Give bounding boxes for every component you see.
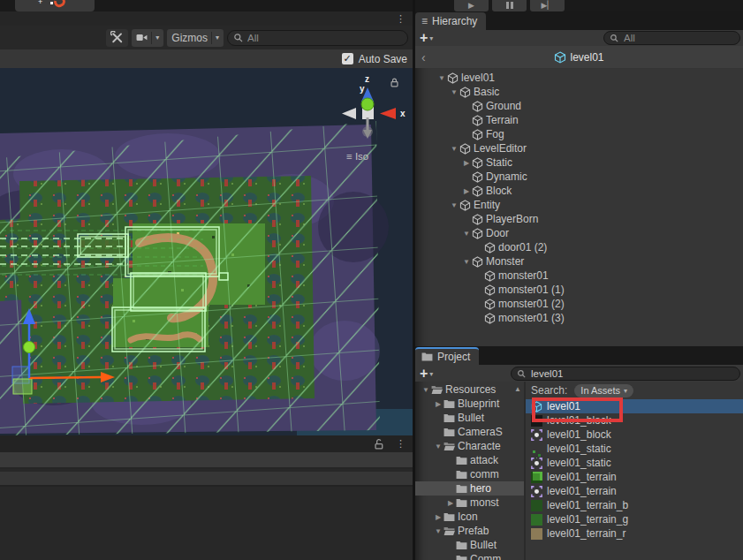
hierarchy-row[interactable]: ▼level01 [415,71,743,85]
project-folder-row[interactable]: comm [415,467,524,481]
scene-menu-kebab-icon[interactable]: ⋮ [396,14,406,24]
result-label: level01_block [547,414,611,427]
camera-icon [136,32,148,43]
hierarchy-search-field[interactable] [603,31,740,45]
hierarchy-row[interactable]: Ground [415,99,743,113]
record-dot-icon [50,2,53,4]
project-folder-row[interactable]: ▶monst [415,496,524,510]
hierarchy-row[interactable]: ▶Block [415,184,743,198]
axis-y-ball[interactable] [361,98,374,110]
expand-toggle-icon[interactable]: ▶ [461,159,472,167]
breadcrumb-title[interactable]: level01 [570,51,603,64]
project-folder-row[interactable]: ▼Prefab [415,524,524,538]
hierarchy-row[interactable]: Fog [415,127,743,141]
scene-search-field[interactable] [227,30,408,46]
hierarchy-row[interactable]: monster01 [415,269,743,283]
result-label: level01_static [547,457,611,469]
gizmo-y-handle[interactable] [24,342,35,353]
create-asset-button[interactable]: + ▾ [420,368,433,379]
gameobject-cube-icon [472,256,483,268]
search-result-row[interactable]: level01_block [526,428,743,442]
pause-button[interactable] [492,0,527,11]
project-search-input[interactable] [512,368,739,379]
hierarchy-row[interactable]: Terrain [415,113,743,127]
hierarchy-row[interactable]: monster01 (2) [415,297,743,311]
project-folder-row[interactable]: ▼Resources [415,382,524,397]
scene-viewport[interactable]: z y x ≡ Iso [0,68,413,435]
expand-toggle-icon[interactable]: ▶ [461,187,472,195]
expand-toggle-icon[interactable]: ▶ [433,400,444,408]
project-search-field[interactable] [511,367,740,381]
play-button[interactable]: ▶ [454,0,489,11]
hierarchy-row[interactable]: ▼Monster [415,254,743,269]
search-result-row[interactable]: level01_block [526,413,743,428]
project-folder-row[interactable]: hero [415,481,524,496]
tools-button[interactable] [106,29,128,47]
hierarchy-row[interactable]: ▼Basic [415,85,743,99]
expand-toggle-icon[interactable]: ▼ [436,74,447,82]
hierarchy-row[interactable]: monster01 (1) [415,283,743,297]
project-folder-row[interactable]: attack [415,453,524,467]
scene-search-input[interactable] [228,33,407,43]
expand-toggle-icon[interactable]: ▼ [461,230,472,238]
hierarchy-row[interactable]: ▼Door [415,226,743,240]
search-result-row[interactable]: level01 [526,399,743,413]
result-label: level01_terrain_b [547,499,628,511]
search-result-row[interactable]: level01_terrain_r [526,526,743,541]
search-result-row[interactable]: level01_terrain [526,470,743,484]
search-result-row[interactable]: level01_terrain [526,484,743,498]
hierarchy-row[interactable]: PlayerBorn [415,212,743,226]
expand-toggle-icon[interactable]: ▼ [433,443,444,450]
gizmos-dropdown[interactable]: Gizmos ▾ [167,29,224,47]
hierarchy-toolbar: + ▾ [415,30,743,46]
project-folder-row[interactable]: Bullet [415,411,524,425]
project-folder-row[interactable]: Comm [415,552,524,560]
expand-toggle-icon[interactable]: ▶ [445,499,456,507]
step-button[interactable]: ▶▏ [530,0,565,11]
project-folder-row[interactable]: Bullet [415,538,524,552]
hierarchy-row[interactable]: ▼Entity [415,198,743,212]
hierarchy-row[interactable]: ▼LevelEditor [415,141,743,155]
expand-toggle-icon[interactable]: ▼ [449,88,459,96]
record-tool-button[interactable]: + [15,0,95,11]
project-folder-row[interactable]: ▼Characte [415,439,524,453]
folder-icon [456,455,467,466]
project-folder-row[interactable]: ▶Icon [415,510,524,524]
expand-toggle-icon[interactable]: ▼ [461,258,472,266]
search-result-row[interactable]: level01_terrain_b [526,498,743,512]
search-result-row[interactable]: level01_static [526,442,743,456]
breadcrumb: level01 [415,51,743,64]
hierarchy-tab-label: Hierarchy [432,15,477,27]
hierarchy-row[interactable]: Dynamic [415,170,743,184]
expand-toggle-icon[interactable]: ▼ [449,201,459,209]
orientation-label[interactable]: ≡ Iso [346,151,368,162]
bottom-panel-row[interactable] [0,452,413,469]
bottom-panel-kebab-icon[interactable]: ⋮ [396,439,406,449]
expand-toggle-icon[interactable]: ▼ [449,145,459,153]
create-object-button[interactable]: + ▾ [420,33,433,43]
gameobject-cube-icon [484,270,496,282]
project-folder-row[interactable]: ▶Blueprint [415,397,524,411]
unlock-icon[interactable] [373,438,385,450]
hierarchy-search-input[interactable] [604,33,739,43]
expand-toggle-icon[interactable]: ▼ [421,386,431,394]
search-result-row[interactable]: level01_static [526,456,743,470]
tab-project[interactable]: Project [415,347,479,365]
folder-icon [456,469,467,481]
expand-toggle-icon[interactable]: ▼ [433,527,444,535]
scene-camera-button[interactable]: ▾ [132,29,163,47]
gizmo-plane-xy[interactable] [13,379,32,394]
tab-hierarchy[interactable]: ≡ Hierarchy [415,12,486,30]
hierarchy-row[interactable]: door01 (2) [415,240,743,254]
hierarchy-row[interactable]: ▶Static [415,155,743,170]
gameobject-cube-icon [472,171,483,183]
search-scope-dropdown[interactable]: In Assets ▾ [574,384,633,397]
bottom-panel-row[interactable] [0,472,413,487]
project-folder-row[interactable]: CameraS [415,425,524,439]
gizmo-x-axis[interactable] [29,377,101,378]
autosave-checkbox[interactable]: ✓ [342,53,353,64]
hierarchy-row[interactable]: monster01 (3) [415,311,743,325]
expand-toggle-icon[interactable]: ▶ [433,513,444,521]
search-result-row[interactable]: level01_terrain_g [526,512,743,526]
scroll-up-arrow-icon[interactable]: ▲ [514,385,521,393]
